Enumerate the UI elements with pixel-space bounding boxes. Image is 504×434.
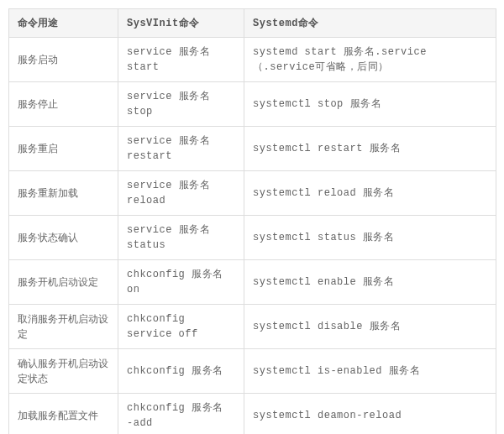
table-header-row: 命令用途 SysVInit命令 Systemd命令: [9, 9, 496, 38]
cell-sysvinit: service 服务名 reload: [118, 171, 244, 216]
cell-usage: 服务开机启动设定: [9, 260, 118, 305]
table-row: 加载服务配置文件chkconfig 服务名 -addsystemctl deam…: [9, 394, 496, 435]
cell-sysvinit: chkconfig 服务名: [118, 349, 244, 394]
table-row: 服务停止service 服务名 stopsystemctl stop 服务名: [9, 82, 496, 127]
cell-sysvinit: service 服务名 stop: [118, 82, 244, 127]
table-row: 取消服务开机启动设定chkconfig service offsystemctl…: [9, 305, 496, 349]
cell-sysvinit: chkconfig service off: [118, 305, 244, 349]
cell-systemd: systemctl disable 服务名: [244, 305, 496, 349]
cell-sysvinit: chkconfig 服务名 on: [118, 260, 244, 305]
cell-sysvinit: chkconfig 服务名 -add: [118, 394, 244, 435]
cell-usage: 服务重启: [9, 127, 118, 171]
header-systemd: Systemd命令: [244, 9, 496, 38]
cell-usage: 加载服务配置文件: [9, 394, 118, 435]
table-row: 确认服务开机启动设定状态chkconfig 服务名systemctl is-en…: [9, 349, 496, 394]
cell-systemd: systemctl deamon-reload: [244, 394, 496, 435]
table-row: 服务状态确认service 服务名 statussystemctl status…: [9, 216, 496, 260]
cell-usage: 服务状态确认: [9, 216, 118, 260]
cell-usage: 服务停止: [9, 82, 118, 127]
cell-sysvinit: service 服务名 start: [118, 38, 244, 82]
cell-usage: 服务重新加载: [9, 171, 118, 216]
cell-systemd: systemctl status 服务名: [244, 216, 496, 260]
table-row: 服务重新加载service 服务名 reloadsystemctl reload…: [9, 171, 496, 216]
cell-systemd: systemctl restart 服务名: [244, 127, 496, 171]
cell-systemd: systemctl is-enabled 服务名: [244, 349, 496, 394]
cell-usage: 服务启动: [9, 38, 118, 82]
cell-systemd: systemctl stop 服务名: [244, 82, 496, 127]
cell-sysvinit: service 服务名 status: [118, 216, 244, 260]
cell-usage: 取消服务开机启动设定: [9, 305, 118, 349]
table-row: 服务重启service 服务名 restartsystemctl restart…: [9, 127, 496, 171]
cell-systemd: systemctl reload 服务名: [244, 171, 496, 216]
cell-systemd: systemd start 服务名.service（.service可省略，后同…: [244, 38, 496, 82]
cell-systemd: systemctl enable 服务名: [244, 260, 496, 305]
cell-usage: 确认服务开机启动设定状态: [9, 349, 118, 394]
cell-sysvinit: service 服务名 restart: [118, 127, 244, 171]
table-body: 服务启动service 服务名 startsystemd start 服务名.s…: [9, 38, 496, 435]
header-sysvinit: SysVInit命令: [118, 9, 244, 38]
header-usage: 命令用途: [9, 9, 118, 38]
command-comparison-table: 命令用途 SysVInit命令 Systemd命令 服务启动service 服务…: [8, 8, 496, 434]
table-row: 服务开机启动设定chkconfig 服务名 onsystemctl enable…: [9, 260, 496, 305]
table-row: 服务启动service 服务名 startsystemd start 服务名.s…: [9, 38, 496, 82]
